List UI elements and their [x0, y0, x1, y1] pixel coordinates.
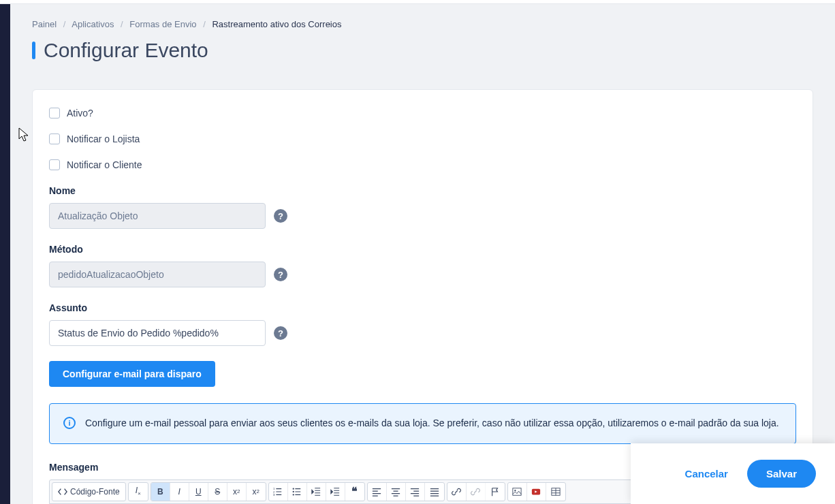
align-center-icon — [391, 487, 400, 497]
breadcrumb-link-aplicativos[interactable]: Aplicativos — [72, 19, 114, 29]
svg-point-7 — [514, 490, 516, 491]
info-icon: i — [63, 417, 76, 429]
svg-point-4 — [293, 491, 294, 492]
checkbox-label: Notificar o Lojista — [67, 133, 140, 144]
field-label-metodo: Método — [49, 244, 796, 255]
breadcrumb-link-formas-envio[interactable]: Formas de Envio — [129, 19, 196, 29]
toolbar-table-button[interactable] — [546, 483, 565, 501]
sidebar — [0, 0, 10, 504]
field-nome: Nome ? — [49, 185, 796, 229]
code-icon — [58, 487, 67, 497]
toolbar-source-label: Código-Fonte — [70, 487, 120, 497]
checkbox-label: Notificar o Cliente — [67, 159, 142, 170]
svg-text:3: 3 — [273, 493, 275, 497]
indent-icon — [330, 487, 340, 497]
checkbox-icon — [49, 159, 60, 170]
page-title: Configurar Evento — [44, 39, 208, 62]
table-icon — [551, 487, 561, 497]
info-box: i Configure um e-mail pessoal para envia… — [49, 403, 796, 444]
help-icon[interactable]: ? — [274, 326, 287, 340]
checkbox-notificar-lojista[interactable]: Notificar o Lojista — [49, 133, 796, 144]
toolbar-image-button[interactable] — [508, 483, 527, 501]
align-right-icon — [410, 487, 420, 497]
align-left-icon — [372, 487, 381, 497]
outdent-icon — [311, 487, 321, 497]
help-icon[interactable]: ? — [274, 268, 287, 281]
checkbox-notificar-cliente[interactable]: Notificar o Cliente — [49, 159, 796, 170]
breadcrumb-separator: / — [63, 19, 66, 29]
checkbox-ativo[interactable]: Ativo? — [49, 108, 796, 119]
breadcrumb-current: Rastreamento ativo dos Correios — [212, 19, 341, 29]
breadcrumb-link-painel[interactable]: Painel — [32, 19, 57, 29]
topbar — [0, 0, 835, 4]
link-icon — [452, 487, 461, 497]
main-content: Painel / Aplicativos / Formas de Envio /… — [10, 0, 835, 504]
info-text: Configure um e-mail pessoal para enviar … — [85, 416, 779, 431]
toolbar-subscript-button[interactable]: x2 — [227, 483, 247, 501]
breadcrumb-separator: / — [203, 19, 206, 29]
help-icon[interactable]: ? — [274, 209, 287, 223]
checkbox-label: Ativo? — [67, 108, 93, 119]
ul-icon — [292, 487, 302, 497]
svg-point-3 — [293, 488, 294, 489]
field-label-assunto: Assunto — [49, 302, 796, 313]
form-card: Ativo? Notificar o Lojista Notificar o C… — [32, 89, 813, 504]
field-assunto: Assunto ? — [49, 302, 796, 346]
toolbar-bold-button[interactable]: B — [151, 483, 170, 501]
toolbar-underline-button[interactable]: U — [189, 483, 208, 501]
toolbar-video-button[interactable] — [527, 483, 546, 501]
toolbar-remove-format-button[interactable]: I× — [129, 483, 148, 501]
toolbar-align-left-button[interactable] — [368, 483, 387, 501]
align-justify-icon — [430, 487, 439, 497]
checkbox-icon — [49, 108, 60, 119]
unlink-icon — [471, 487, 480, 497]
footer-action-bar: Cancelar Salvar — [631, 443, 835, 504]
video-icon — [531, 487, 541, 497]
toolbar-numbered-list-button[interactable]: 123 — [269, 483, 288, 501]
toolbar-anchor-button[interactable] — [486, 483, 505, 501]
input-metodo[interactable] — [49, 262, 266, 287]
breadcrumb: Painel / Aplicativos / Formas de Envio /… — [32, 19, 813, 29]
breadcrumb-separator: / — [121, 19, 123, 29]
toolbar-indent-button[interactable] — [326, 483, 345, 501]
cancel-button[interactable]: Cancelar — [685, 468, 728, 479]
title-accent-bar — [32, 42, 35, 59]
toolbar-align-center-button[interactable] — [387, 483, 406, 501]
svg-rect-6 — [513, 488, 521, 495]
btn-configurar-email[interactable]: Configurar e-mail para disparo — [49, 361, 215, 387]
toolbar-outdent-button[interactable] — [307, 483, 326, 501]
toolbar-italic-button[interactable]: I — [170, 483, 189, 501]
field-label-nome: Nome — [49, 185, 796, 196]
toolbar-blockquote-button[interactable]: ❝ — [345, 483, 364, 501]
ol-icon: 123 — [273, 487, 283, 497]
toolbar-align-justify-button[interactable] — [425, 483, 444, 501]
toolbar-source-button[interactable]: Código-Fonte — [52, 483, 125, 501]
toolbar-align-right-button[interactable] — [406, 483, 425, 501]
field-metodo: Método ? — [49, 244, 796, 287]
toolbar-bullet-list-button[interactable] — [288, 483, 307, 501]
image-icon — [512, 487, 522, 497]
svg-point-5 — [293, 494, 294, 495]
toolbar-link-button[interactable] — [447, 483, 467, 501]
input-nome[interactable] — [49, 203, 266, 229]
flag-icon — [490, 487, 500, 497]
page-title-wrap: Configurar Evento — [32, 39, 813, 62]
toolbar-strike-button[interactable]: S — [208, 483, 227, 501]
input-assunto[interactable] — [49, 320, 266, 346]
toolbar-unlink-button[interactable] — [467, 483, 486, 501]
save-button[interactable]: Salvar — [747, 460, 816, 488]
checkbox-icon — [49, 133, 60, 144]
toolbar-superscript-button[interactable]: x2 — [247, 483, 266, 501]
